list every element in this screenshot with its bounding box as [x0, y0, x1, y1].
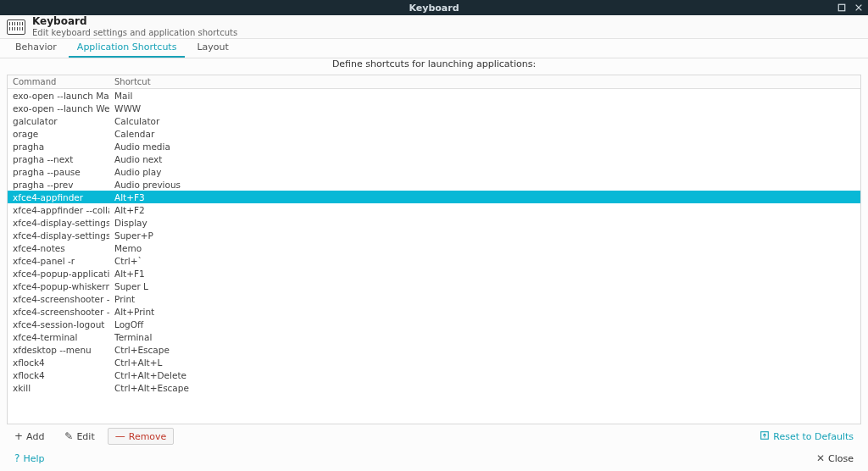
cell-command: xfce4-popup-applicationsmenu — [8, 267, 109, 280]
close-button[interactable]: ✕ Close — [809, 450, 861, 467]
cell-command: exo-open --launch WebBrowser — [8, 102, 109, 114]
cell-command: xfce4-display-settings --minimal — [8, 216, 109, 229]
remove-button-label: Remove — [129, 431, 167, 442]
table-row[interactable]: xfce4-panel -rCtrl+` — [8, 254, 860, 267]
cell-shortcut: Audio next — [109, 152, 860, 165]
table-row[interactable]: xfce4-screenshooter -fPrint — [8, 292, 860, 305]
table-row[interactable]: xkillCtrl+Alt+Escape — [8, 381, 860, 394]
cell-shortcut: Alt+Print — [109, 305, 860, 318]
table-row[interactable]: xflock4Ctrl+Alt+L — [8, 356, 860, 368]
cell-command: exo-open --launch MailReader — [8, 89, 109, 103]
table-row[interactable]: xfce4-notesMemo — [8, 241, 860, 254]
cell-command: pragha --next — [8, 152, 109, 165]
cell-command: xfdesktop --menu — [8, 343, 109, 356]
table-row[interactable]: xfce4-popup-applicationsmenuAlt+F1 — [8, 267, 860, 280]
cell-shortcut: Calendar — [109, 127, 860, 140]
table-row[interactable]: xfce4-display-settings --minimalSuper+P — [8, 229, 860, 241]
cell-shortcut: Audio media — [109, 140, 860, 152]
cell-command: xfce4-session-logout — [8, 318, 109, 330]
cell-shortcut: Print — [109, 292, 860, 305]
cell-shortcut: Ctrl+Alt+Delete — [109, 368, 860, 381]
cell-command: xfce4-panel -r — [8, 254, 109, 267]
cell-shortcut: Ctrl+Alt+Escape — [109, 381, 860, 394]
window-maximize-button[interactable] — [836, 2, 848, 14]
cell-command: pragha --prev — [8, 178, 109, 191]
cell-shortcut: Audio play — [109, 165, 860, 178]
cell-command: xflock4 — [8, 368, 109, 381]
help-button[interactable]: ? Help — [7, 450, 52, 467]
cell-shortcut: Audio previous — [109, 178, 860, 191]
table-row[interactable]: xfce4-terminalTerminal — [8, 330, 860, 343]
cell-command: xfce4-terminal — [8, 330, 109, 343]
cell-shortcut: Alt+F2 — [109, 203, 860, 216]
cell-shortcut: Ctrl+` — [109, 254, 860, 267]
cell-shortcut: Alt+F3 — [109, 191, 860, 203]
table-row[interactable]: xfce4-display-settings --minimalDisplay — [8, 216, 860, 229]
add-button-label: Add — [26, 431, 44, 442]
reset-icon — [760, 430, 770, 442]
cell-shortcut: Display — [109, 216, 860, 229]
window-titlebar: Keyboard — [0, 0, 868, 15]
cell-command: pragha — [8, 140, 109, 152]
table-row[interactable]: pragha --prevAudio previous — [8, 178, 860, 191]
cell-shortcut: LogOff — [109, 318, 860, 330]
cell-shortcut: Calculator — [109, 114, 860, 127]
close-icon: ✕ — [816, 453, 825, 463]
cell-command: pragha --pause — [8, 165, 109, 178]
table-row[interactable]: exo-open --launch WebBrowserWWW — [8, 102, 860, 114]
window-title: Keyboard — [409, 3, 459, 14]
table-row[interactable]: orageCalendar — [8, 127, 860, 140]
remove-button[interactable]: — Remove — [108, 428, 175, 445]
action-button-row: + Add ✎ Edit — Remove Reset to Defaults — [7, 427, 861, 446]
table-row[interactable]: pragha --pauseAudio play — [8, 165, 860, 178]
cell-shortcut: Ctrl+Alt+L — [109, 356, 860, 368]
table-row[interactable]: pragha --nextAudio next — [8, 152, 860, 165]
cell-command: xkill — [8, 381, 109, 394]
cell-shortcut: Super L — [109, 280, 860, 292]
column-header-command[interactable]: Command — [8, 75, 109, 89]
cell-command: xflock4 — [8, 356, 109, 368]
table-row[interactable]: xfce4-popup-whiskermenuSuper L — [8, 280, 860, 292]
table-row[interactable]: xfdesktop --menuCtrl+Escape — [8, 343, 860, 356]
instruction-label: Define shortcuts for launching applicati… — [7, 53, 861, 75]
shortcuts-table[interactable]: Command Shortcut exo-open --launch MailR… — [8, 75, 860, 394]
column-header-shortcut[interactable]: Shortcut — [109, 75, 860, 89]
table-row[interactable]: xfce4-appfinderAlt+F3 — [8, 191, 860, 203]
plus-icon: + — [14, 431, 23, 441]
edit-button-label: Edit — [76, 431, 94, 442]
cell-shortcut: Terminal — [109, 330, 860, 343]
add-button[interactable]: + Add — [7, 428, 52, 445]
cell-command: xfce4-notes — [8, 241, 109, 254]
cell-shortcut: Ctrl+Escape — [109, 343, 860, 356]
edit-button[interactable]: ✎ Edit — [57, 428, 102, 445]
cell-shortcut: WWW — [109, 102, 860, 114]
cell-shortcut: Memo — [109, 241, 860, 254]
cell-command: orage — [8, 127, 109, 140]
cell-command: xfce4-appfinder --collapsed — [8, 203, 109, 216]
help-icon: ? — [14, 453, 19, 463]
cell-shortcut: Alt+F1 — [109, 267, 860, 280]
table-row[interactable]: xfce4-session-logoutLogOff — [8, 318, 860, 330]
reset-button-label: Reset to Defaults — [773, 431, 854, 442]
table-row[interactable]: exo-open --launch MailReaderMail — [8, 89, 860, 103]
cell-command: xfce4-appfinder — [8, 191, 109, 203]
cell-command: xfce4-popup-whiskermenu — [8, 280, 109, 292]
keyboard-icon — [7, 19, 25, 35]
window-close-button[interactable] — [853, 2, 865, 14]
dialog-header: Keyboard Edit keyboard settings and appl… — [0, 15, 868, 39]
shortcuts-table-container: Command Shortcut exo-open --launch MailR… — [7, 75, 861, 424]
dialog-footer: ? Help ✕ Close — [7, 449, 861, 468]
svg-rect-0 — [838, 4, 845, 11]
table-row[interactable]: xflock4Ctrl+Alt+Delete — [8, 368, 860, 381]
reset-to-defaults-button[interactable]: Reset to Defaults — [752, 428, 861, 445]
table-row[interactable]: xfce4-appfinder --collapsedAlt+F2 — [8, 203, 860, 216]
pencil-icon: ✎ — [64, 431, 73, 441]
table-row[interactable]: galculatorCalculator — [8, 114, 860, 127]
minus-icon: — — [115, 431, 125, 441]
cell-command: xfce4-display-settings --minimal — [8, 229, 109, 241]
cell-shortcut: Mail — [109, 89, 860, 103]
table-row[interactable]: praghaAudio media — [8, 140, 860, 152]
table-row[interactable]: xfce4-screenshooter -wAlt+Print — [8, 305, 860, 318]
help-button-label: Help — [23, 453, 44, 464]
dialog-title: Keyboard — [32, 16, 237, 27]
